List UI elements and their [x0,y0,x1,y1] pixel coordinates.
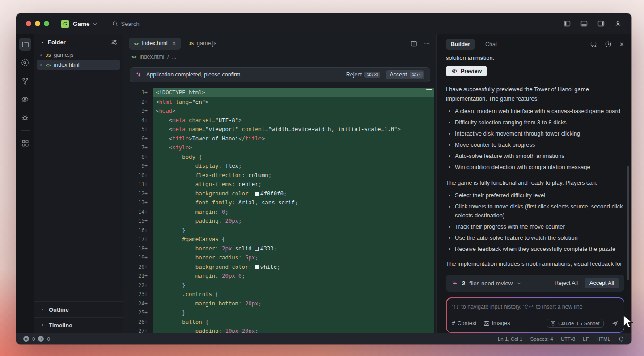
code-line-19[interactable]: 19+ border-radius: 5px; [123,253,436,263]
preview-activity-button[interactable] [19,93,31,106]
split-editor-icon[interactable] [411,40,417,47]
code-line-14[interactable]: 14+ margin: 0; [123,208,436,217]
code-line-text[interactable]: <!DOCTYPE html> [153,88,434,97]
code-line-text[interactable]: body { [153,153,434,162]
code-line-text[interactable]: #gameCanvas { [153,235,434,244]
code-editor[interactable]: 1+<!DOCTYPE html>2+<html lang="en">3+<he… [123,88,436,333]
reject-button[interactable]: Reject ⌘⌫ [346,72,381,78]
warnings-icon[interactable]: ! [38,336,44,342]
code-line-22[interactable]: 22+ } [123,281,436,290]
close-window-button[interactable] [26,21,31,26]
more-actions-icon[interactable]: ⋯ [424,40,430,47]
chevron-down-icon[interactable] [93,21,97,26]
code-line-20[interactable]: 20+ background-color: white; [123,263,436,272]
code-line-text[interactable]: <style> [153,143,434,153]
layout-panel-bottom-icon[interactable] [580,20,588,27]
code-line-text[interactable]: border-radius: 5px; [153,253,434,263]
file-row-gamejs[interactable]: JS game.js [37,50,120,60]
preview-button[interactable]: Preview [446,66,487,76]
cursor-position[interactable]: Ln 1, Col 1 [498,336,523,342]
code-line-text[interactable]: margin: 0; [153,208,434,217]
code-line-text[interactable]: background-color: #f0f0f0; [153,189,434,199]
code-line-11[interactable]: 11+ align-items: center; [123,180,436,189]
code-line-text[interactable]: margin-bottom: 20px; [153,299,434,309]
code-line-text[interactable]: border: 2px solid #333; [153,244,434,254]
code-line-text[interactable]: <meta name="viewport" content="width=dev… [153,125,434,134]
code-line-24[interactable]: 24+ margin-bottom: 20px; [123,299,436,309]
accept-button[interactable]: Accept ⌘↩ [386,70,424,79]
code-line-23[interactable]: 23+ .controls { [123,290,436,299]
code-line-text[interactable]: button { [153,318,434,327]
code-line-12[interactable]: 12+ background-color: #f0f0f0; [123,189,436,199]
language-mode[interactable]: HTML [597,336,610,342]
code-line-text[interactable]: } [153,281,434,290]
close-icon[interactable]: ✕ [172,41,176,47]
code-line-6[interactable]: 6+ <title>Tower of Hanoi</title> [123,134,436,144]
code-area[interactable]: 1+<!DOCTYPE html>2+<html lang="en">3+<he… [123,88,436,333]
code-line-text[interactable]: align-items: center; [153,180,434,189]
code-line-text[interactable]: <head> [153,106,434,116]
layout-sidebar-left-icon[interactable] [564,20,571,27]
composer-placeholder[interactable]: '↑↓' to navigate input history, '⇧↩' to … [452,303,619,310]
code-line-text[interactable]: padding: 10px 20px; [153,326,434,333]
code-line-text[interactable]: padding: 20px; [153,216,434,226]
code-line-text[interactable]: margin: 20px 0; [153,271,434,281]
eol-sequence[interactable]: LF [583,336,589,342]
app-name[interactable]: Game [73,21,90,27]
code-line-4[interactable]: 4+ <meta charset="UTF-8"> [123,116,436,125]
code-line-text[interactable]: background-color: white; [153,263,434,272]
code-line-8[interactable]: 8+ body { [123,153,436,162]
code-line-15[interactable]: 15+ padding: 20px; [123,216,436,226]
code-line-1[interactable]: 1+<!DOCTYPE html> [123,88,436,97]
close-panel-icon[interactable]: ✕ [619,41,624,48]
code-line-18[interactable]: 18+ border: 2px solid #333; [123,244,436,254]
send-icon[interactable] [611,320,619,327]
filter-icon[interactable] [111,39,118,46]
history-icon[interactable] [605,41,612,48]
explorer-activity-button[interactable] [19,38,31,51]
panel-scrollbar-thumb[interactable] [627,166,629,280]
code-line-text[interactable]: } [153,226,434,235]
code-line-26[interactable]: 26+ button { [123,318,436,327]
source-control-activity-button[interactable] [19,75,31,87]
timeline-section[interactable]: Timeline [34,317,123,333]
new-chat-icon[interactable] [590,41,597,48]
errors-count[interactable]: 0 [32,336,35,342]
search-activity-button[interactable] [19,56,31,69]
indentation[interactable]: Spaces: 4 [530,336,553,342]
code-line-text[interactable]: flex-direction: column; [153,171,434,180]
tab-gamejs[interactable]: JS game.js [184,38,221,50]
code-line-17[interactable]: 17+ #gameCanvas { [123,235,436,244]
code-line-5[interactable]: 5+ <meta name="viewport" content="width=… [123,125,436,134]
file-row-indexhtml[interactable]: <> index.html [37,60,120,70]
minimize-window-button[interactable] [35,21,40,26]
code-line-text[interactable]: <title>Tower of Hanoi</title> [153,134,434,144]
tab-builder[interactable]: Builder [446,39,475,50]
code-line-text[interactable]: .controls { [153,290,434,299]
code-line-9[interactable]: 9+ display: flex; [123,161,436,171]
search-control[interactable]: Search [112,21,140,27]
code-line-16[interactable]: 16+ } [123,226,436,235]
context-button[interactable]: # Context [452,320,477,326]
code-line-text[interactable]: display: flex; [153,161,434,171]
extensions-activity-button[interactable] [19,137,31,149]
layout-sidebar-right-icon[interactable] [597,20,605,27]
chevron-down-icon[interactable] [517,281,521,286]
reject-all-button[interactable]: Reject All [555,280,578,286]
code-line-text[interactable]: } [153,308,434,318]
editor-scrollbar-thumb[interactable] [426,89,432,90]
code-line-7[interactable]: 7+ <style> [123,143,436,153]
debug-activity-button[interactable] [19,111,31,124]
encoding[interactable]: UTF-8 [561,336,576,342]
composer[interactable]: '↑↓' to navigate input history, '⇧↩' to … [447,298,624,332]
code-line-2[interactable]: 2+<html lang="en"> [123,97,436,107]
code-line-text[interactable]: <meta charset="UTF-8"> [153,116,434,125]
images-button[interactable]: Images [483,320,510,326]
errors-icon[interactable]: ✕ [23,336,29,342]
code-line-10[interactable]: 10+ flex-direction: column; [123,171,436,180]
code-line-27[interactable]: 27+ padding: 10px 20px; [123,326,436,333]
code-line-13[interactable]: 13+ font-family: Arial, sans-serif; [123,198,436,208]
code-line-21[interactable]: 21+ margin: 20px 0; [123,271,436,281]
code-line-text[interactable]: <html lang="en"> [153,97,434,107]
explorer-header[interactable]: Folder [34,38,123,50]
